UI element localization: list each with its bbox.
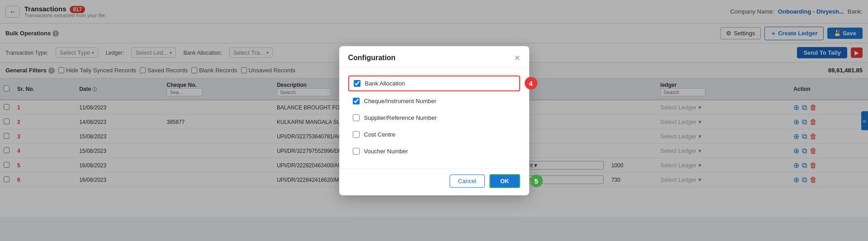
modal-body: Bank Allocation 4 Cheque/Instrument Numb… (339, 68, 529, 168)
config-checkbox-1[interactable] (353, 98, 360, 104)
modal-checkbox-row[interactable]: Supplier/Reference Number (348, 111, 520, 125)
configuration-modal: Configuration × Bank Allocation 4 Cheque… (339, 46, 529, 195)
step-5-badge: 5 (530, 175, 543, 187)
modal-checkbox-row[interactable]: Bank Allocation 4 (348, 76, 520, 91)
config-checkbox-0[interactable] (354, 80, 360, 87)
config-checkbox-label-3: Cost Centre (364, 131, 395, 138)
modal-checkbox-row[interactable]: Cost Centre (348, 128, 520, 142)
config-checkbox-label-2: Supplier/Reference Number (364, 114, 437, 121)
config-checkbox-4[interactable] (353, 148, 360, 155)
config-checkbox-label-0: Bank Allocation (365, 80, 405, 87)
config-checkbox-3[interactable] (353, 131, 360, 138)
modal-header: Configuration × (339, 46, 529, 68)
modal-checkbox-row[interactable]: Cheque/Instrument Number (348, 94, 520, 108)
cancel-button[interactable]: Cancel (450, 175, 485, 188)
step-4-badge: 4 (525, 77, 537, 90)
modal-overlay: Configuration × Bank Allocation 4 Cheque… (0, 0, 868, 217)
ok-button[interactable]: OK (489, 174, 520, 188)
config-checkbox-label-1: Cheque/Instrument Number (364, 98, 436, 104)
modal-title: Configuration (348, 54, 396, 62)
modal-checkbox-row[interactable]: Voucher Number (348, 144, 520, 158)
modal-footer: Cancel OK 5 (339, 168, 529, 195)
modal-close-button[interactable]: × (515, 53, 520, 62)
config-checkbox-label-4: Voucher Number (364, 148, 408, 155)
config-checkbox-2[interactable] (353, 114, 360, 121)
